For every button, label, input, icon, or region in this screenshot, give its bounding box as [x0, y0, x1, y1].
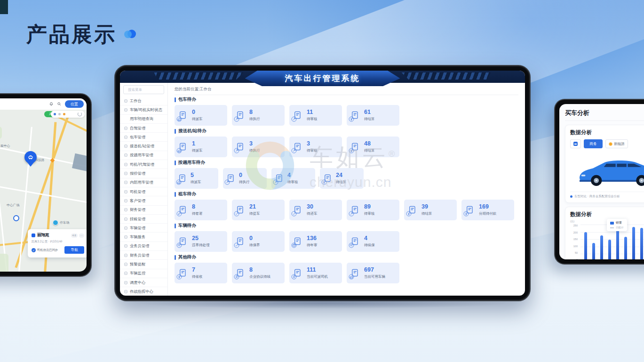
todo-card[interactable]: 3 待审核	[289, 137, 342, 157]
todo-card[interactable]: 4 待续保	[347, 231, 399, 252]
todo-count: 3	[249, 141, 260, 147]
sidebar-item[interactable]: 挂账管理	[120, 215, 167, 224]
search-input[interactable]	[127, 87, 162, 92]
todo-card-text: 4 待审核	[287, 172, 298, 185]
sidebar-item[interactable]: 调度中心	[120, 278, 167, 287]
todo-count: 61	[364, 109, 375, 116]
sidebar-item[interactable]: 财务员管理	[120, 251, 167, 260]
y-tick-label: 50	[575, 252, 578, 255]
todo-card[interactable]: 5 待派车	[175, 168, 218, 189]
map-filter-strip[interactable]	[51, 111, 85, 118]
slide-title-block: 产品展示	[26, 21, 136, 48]
poi-label: 停车场	[60, 220, 69, 225]
todo-card[interactable]: 48 待结算	[347, 137, 399, 157]
navigate-button[interactable]: 导航	[64, 246, 84, 254]
vehicle-pin-marker[interactable]	[24, 151, 37, 167]
check-icon: ✓	[32, 248, 36, 252]
todo-card-text: 8 待执行	[249, 109, 260, 121]
todo-card[interactable]: 3 待执行	[232, 137, 285, 157]
refresh-icon[interactable]	[78, 112, 82, 116]
todo-card-text: 1 待派车	[192, 141, 203, 153]
map-info-card[interactable]: 丽翔苑 4.6 ··· 距离3.2公里 · 约10分钟 ✓ 司机信息已同步 导航	[28, 229, 87, 257]
sidebar-item[interactable]: 自驾管理	[120, 124, 167, 133]
todo-card[interactable]: 25 违章待处理	[175, 231, 227, 252]
todo-label: 待执行	[249, 117, 260, 121]
location-button[interactable]: 位置	[65, 100, 84, 108]
todo-card[interactable]: 30 待还车	[289, 200, 342, 220]
todo-card[interactable]: 1 待派车	[175, 137, 227, 157]
todo-card[interactable]: 7 待催收	[175, 263, 227, 283]
todo-card-icon	[293, 268, 303, 279]
sidebar-item[interactable]: 按趟用车管理	[120, 151, 167, 160]
sidebar-item[interactable]: 预警提醒	[120, 260, 167, 269]
todo-card[interactable]: 169 分期待付款	[461, 200, 514, 220]
todo-card[interactable]: 8 待执行	[232, 105, 285, 126]
sidebar-item[interactable]: 工作台	[120, 97, 167, 105]
todo-card[interactable]: 0 待执行	[223, 168, 267, 189]
sidebar-item[interactable]: 接送机/站管理	[120, 142, 167, 151]
sidebar-item-label: 财务员管理	[130, 253, 149, 258]
sidebar-item[interactable]: 客户管理	[120, 196, 167, 205]
todo-card-icon	[178, 268, 188, 279]
sidebar-item[interactable]: 用车明细查询	[120, 115, 167, 124]
card-row: 8 待签署 21 待提车 30 待还车 89 待审核	[175, 200, 518, 220]
todo-card[interactable]: 4 待审核	[271, 168, 315, 189]
caption-text: 车型对比 · 商务全系配置综合分析	[574, 194, 620, 199]
todo-card[interactable]: 8 企业协议待续	[232, 263, 285, 283]
sidebar-search[interactable]	[123, 85, 164, 94]
todo-card[interactable]: 0 待保养	[232, 231, 285, 252]
todo-card[interactable]: 136 待年审	[289, 231, 342, 252]
sidebar-item[interactable]: 内部用车管理	[120, 178, 167, 187]
more-badge[interactable]: ···	[79, 233, 85, 238]
badge-icon	[224, 179, 230, 185]
section-accent-bar	[175, 97, 176, 102]
sidebar-item[interactable]: 车辆管理	[120, 224, 167, 233]
search-icon[interactable]	[57, 102, 62, 106]
todo-card[interactable]: 24 待结算	[320, 168, 364, 189]
sidebar-item-label: 车辆/司机实时状态	[130, 107, 162, 113]
todo-card[interactable]: 39 待结算	[404, 200, 457, 220]
map-road	[0, 118, 8, 272]
todo-card-icon	[323, 173, 333, 184]
todo-card-icon	[350, 205, 360, 216]
todo-count: 697	[364, 267, 385, 274]
sidebar-item-label: 车辆监控	[130, 271, 145, 276]
sidebar-item[interactable]: 财务管理	[120, 206, 167, 215]
bar	[640, 228, 643, 259]
todo-label: 待签署	[192, 211, 203, 216]
todo-card[interactable]: 697 当前可用车辆	[347, 263, 399, 283]
todo-count: 111	[307, 267, 328, 274]
todo-card[interactable]: 11 待审核	[289, 105, 342, 126]
todo-card[interactable]: 89 待审核	[347, 200, 399, 220]
todo-count: 8	[249, 109, 260, 116]
sidebar-item[interactable]: 业务员管理	[120, 242, 167, 251]
sidebar-item[interactable]: 司机/代驾管理	[120, 160, 167, 169]
menu-item-icon	[124, 190, 128, 194]
sidebar-item[interactable]: 司机管理	[120, 187, 167, 196]
sidebar-item[interactable]: 车辆服务	[120, 233, 167, 241]
sidebar-item[interactable]: 车辆/司机实时状态	[120, 105, 167, 114]
sidebar-item[interactable]: 报价管理	[120, 169, 167, 178]
menu-item-icon	[124, 208, 128, 212]
todo-card-icon	[275, 173, 285, 184]
todo-count: 3	[307, 141, 318, 147]
sidebar-item[interactable]: 包车管理	[120, 133, 167, 142]
sidebar-item[interactable]: 作战指挥中心	[120, 287, 167, 296]
business-chip[interactable]: 商务	[584, 139, 603, 148]
legend-swatch	[610, 222, 614, 225]
sidebar-item[interactable]: 车辆监控	[120, 269, 167, 278]
rating-badge: 4.6	[71, 233, 78, 238]
todo-card[interactable]: 0 待派车	[175, 105, 227, 126]
todo-card-text: 5 待派车	[191, 172, 201, 185]
bell-icon[interactable]	[49, 102, 54, 106]
todo-card-text: 48 待结算	[364, 141, 375, 153]
poi-marker[interactable]: 停车场	[53, 220, 69, 225]
todo-card[interactable]: 21 待提车	[232, 200, 285, 220]
todo-card[interactable]: 111 当前可派司机	[289, 263, 342, 283]
todo-card[interactable]: 8 待签署	[175, 200, 227, 220]
energy-chip[interactable]: 新能源	[605, 139, 628, 148]
right-tablet: 买车分析 数据分析 商务 新能源	[554, 99, 644, 265]
car-type-chip[interactable]	[570, 139, 581, 148]
todo-card[interactable]: 61 待结算	[347, 105, 399, 126]
left-tablet: 位置 高速 会展中心 科技路 中心广场 停车场 服务区	[0, 93, 92, 277]
